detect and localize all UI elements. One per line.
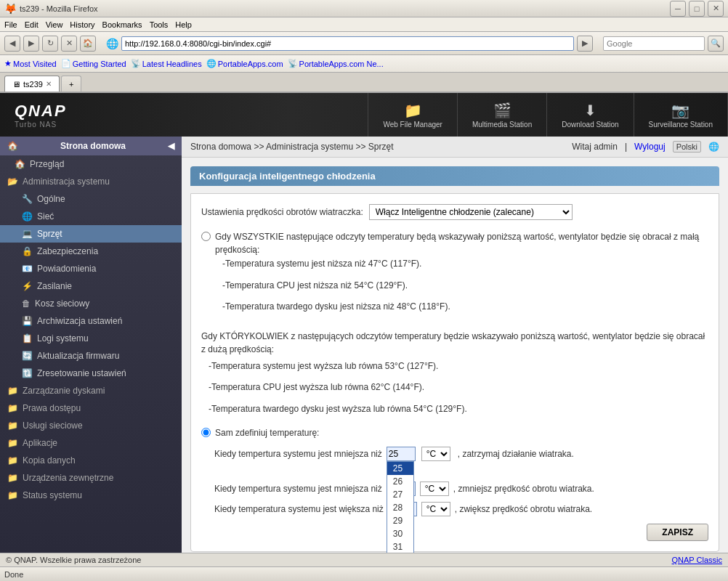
qnap-nav-download[interactable]: ⬇ Download Station [547,93,634,137]
dropdown-item-26[interactable]: 26 [387,475,413,488]
new-tab-button[interactable]: + [61,76,81,92]
temp-row-2-suffix: , zmniejsz prędkość obrotu wiatraka. [453,484,594,494]
dropdown-item-25[interactable]: 25 [387,462,413,475]
urz-icon: 📁 [7,473,18,483]
uslugi-icon: 📁 [7,420,18,431]
forward-button[interactable]: ▶ [23,36,39,52]
search-button[interactable]: 🔍 [708,36,724,52]
fan-speed-select[interactable]: Włącz Inteligentne chłodzenie (zalecane)… [369,204,573,220]
sidebar-item-kosz[interactable]: 🗑 Kosz sieciowy [0,295,182,312]
sidebar-item-aktualizacja[interactable]: 🔄 Aktualizacja firmwaru [0,347,182,365]
breadcrumb-path: Strona domowa >> Administracja systemu >… [190,142,393,152]
dropdown-item-29[interactable]: 29 [387,514,413,527]
tab-icon: 🖥 [12,80,20,89]
section2-cond-2: -Temperatura CPU jest wyższa lub równa 6… [209,380,708,396]
sidebar-item-overview[interactable]: 🏠 Przegląd [0,155,182,173]
siec-icon: 🌐 [22,211,33,222]
dropdown-item-28[interactable]: 28 [387,501,413,514]
multimedia-label: Multimedia Station [472,121,532,129]
dropdown-item-30[interactable]: 30 [387,527,413,540]
sidebar-item-kopia[interactable]: 📁 Kopia danych [0,452,182,469]
bookmark-getting-started[interactable]: 📄 Getting Started [61,59,126,68]
save-button[interactable]: ZAPISZ [647,524,708,541]
app-container: QNAP Turbo NAS 📁 Web File Manager 🎬 Mult… [0,93,728,566]
temp-unit-3[interactable]: °C °F [421,502,450,516]
section2-cond-1: -Temperatura systemu jest wyższa lub rów… [209,359,708,375]
page-content: Konfiguracja inteligentnego chłodzenia U… [182,158,728,553]
sidebar-collapse-icon[interactable]: ◀ [168,141,174,151]
bookmark-portableapps[interactable]: 🌐 PortableApps.com [206,59,283,68]
radio-2-label: Sam zdefiniuj temperaturę: [215,426,319,439]
home-button[interactable]: 🏠 [80,36,96,52]
sidebar-item-admin[interactable]: 📂 Administracja systemu [0,173,182,190]
sidebar-item-aplikacje[interactable]: 📁 Aplikacje [0,434,182,452]
menu-view[interactable]: View [46,20,63,29]
temp-unit-2[interactable]: °C °F [420,482,449,496]
section2-block: Gdy KTÓRYKOLWIEK z następujących odczytó… [201,330,708,418]
menu-help[interactable]: Help [175,20,192,29]
kopia-icon: 📁 [7,455,18,466]
tab-ts239[interactable]: 🖥 ts239 ✕ [4,76,60,92]
refresh-button[interactable]: ↻ [42,36,58,52]
sidebar-item-sprzet[interactable]: 💻 Sprzęt [0,225,182,243]
qnap-nav-webfile[interactable]: 📁 Web File Manager [368,93,458,137]
aplik-icon: 📁 [7,438,18,448]
webfile-icon: 📁 [404,102,422,119]
sidebar-item-prawa[interactable]: 📁 Prawa dostępu [0,399,182,417]
radio-1-input[interactable] [201,232,211,241]
temp-unit-1[interactable]: °C °F [421,447,450,461]
sidebar-item-powiadomienia[interactable]: 📧 Powiadomienia [0,260,182,277]
radio-2-input[interactable] [201,428,211,437]
bookmark-most-visited[interactable]: ★ Most Visited [4,59,57,68]
close-button[interactable]: ✕ [708,1,724,17]
dropdown-item-31[interactable]: 31 [387,540,413,553]
search-input[interactable] [603,36,705,51]
radio-option-2: Sam zdefiniuj temperaturę: [201,426,708,439]
qnap-classic-link[interactable]: QNAP Classic [672,556,722,564]
sidebar-item-ogolne[interactable]: 🔧 Ogólne [0,190,182,208]
sidebar-item-urzadzenia[interactable]: 📁 Urządzenia zewnętrzne [0,469,182,487]
sidebar-item-uslugi[interactable]: 📁 Usługi sieciowe [0,417,182,434]
sidebar-item-archiwizacja[interactable]: 💾 Archiwizacja ustawień [0,312,182,330]
zabezp-icon: 🔒 [22,246,33,256]
fan-speed-label: Ustawienia prędkości obrotów wiatraczka: [201,207,363,217]
browser-titlebar: 🦊 ts239 - Mozilla Firefox ─ □ ✕ [0,0,728,17]
qnap-nav-multimedia[interactable]: 🎬 Multimedia Station [458,93,547,137]
go-button[interactable]: ▶ [577,36,593,52]
sidebar-item-status[interactable]: 📁 Status systemu [0,487,182,504]
sidebar-item-dyski[interactable]: 📁 Zarządzanie dyskami [0,382,182,399]
minimize-button[interactable]: ─ [670,1,686,17]
sidebar-item-logi[interactable]: 📋 Logi systemu [0,330,182,347]
condition-1: -Temperatura systemu jest niższa niż 47°… [222,256,708,272]
temp-input-1[interactable] [387,447,416,461]
browser-icon: 🦊 [4,3,17,15]
back-button[interactable]: ◀ [4,36,20,52]
menu-bookmarks[interactable]: Bookmarks [102,20,142,29]
menu-tools[interactable]: Tools [150,20,169,29]
sidebar-header: 🏠 Strona domowa ◀ [0,137,182,155]
qnap-nav-surveillance[interactable]: 📷 Surveillance Station [634,93,728,137]
sidebar-item-zabezpieczenia[interactable]: 🔒 Zabezpieczenia [0,243,182,260]
bookmark-portableapps-ne[interactable]: 📡 PortableApps.com Ne... [288,59,384,68]
section2-cond-3: -Temperatura twardego dysku jest wyższa … [209,402,708,418]
address-bar[interactable] [121,36,574,51]
lang-selector[interactable]: Polski [673,141,701,153]
bookmark-latest-headlines[interactable]: 📡 Latest Headlines [131,59,202,68]
tab-close-icon[interactable]: ✕ [46,80,52,88]
tab-bar: 🖥 ts239 ✕ + [0,73,728,93]
menu-edit[interactable]: Edit [25,20,39,29]
dropdown-item-27[interactable]: 27 [387,488,413,501]
logout-link[interactable]: Wyloguj [634,142,666,152]
content-area: 🏠 Strona domowa ◀ 🏠 Przegląd 📂 Administr… [0,137,728,553]
stop-button[interactable]: ✕ [61,36,77,52]
temp-row-1-prefix: Kiedy tempertura systemu jest mniejsza n… [214,447,382,461]
menu-history[interactable]: History [70,20,94,29]
sidebar-header-text: Strona domowa [60,141,126,151]
maximize-button[interactable]: □ [689,1,705,17]
bookmarks-bar: ★ Most Visited 📄 Getting Started 📡 Lates… [0,55,728,73]
sidebar-item-siec[interactable]: 🌐 Sieć [0,208,182,225]
globe-icon: 🌐 [708,142,719,152]
sidebar-item-zasilanie[interactable]: ⚡ Zasilanie [0,277,182,295]
menu-file[interactable]: File [4,20,17,29]
sidebar-item-zresetowanie[interactable]: 🔃 Zresetowanie ustawień [0,365,182,382]
